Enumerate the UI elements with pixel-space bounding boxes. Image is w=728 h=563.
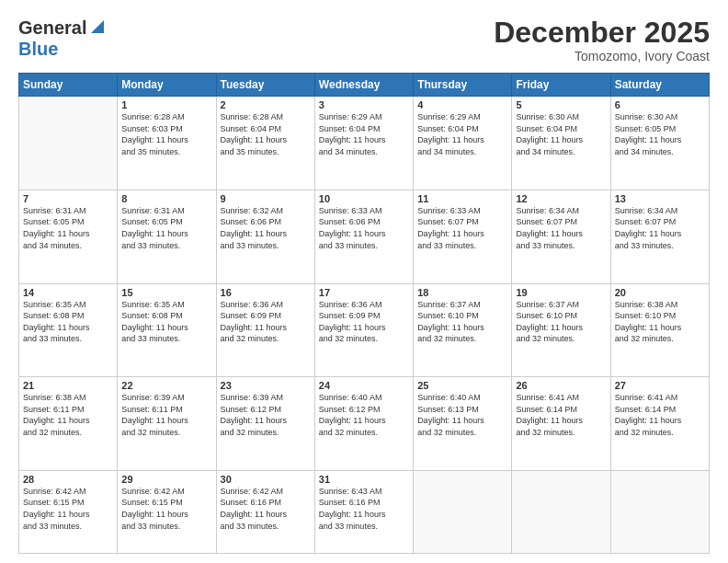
calendar-cell: 7Sunrise: 6:31 AM Sunset: 6:05 PM Daylig… [19, 190, 118, 283]
day-number: 25 [417, 380, 507, 391]
day-number: 14 [23, 287, 113, 298]
calendar-cell: 12Sunrise: 6:34 AM Sunset: 6:07 PM Dayli… [512, 190, 610, 283]
col-header-thursday: Thursday [414, 74, 512, 97]
day-number: 27 [615, 380, 705, 391]
day-info: Sunrise: 6:42 AM Sunset: 6:15 PM Dayligh… [23, 486, 113, 532]
calendar-cell: 18Sunrise: 6:37 AM Sunset: 6:10 PM Dayli… [414, 283, 512, 377]
day-info: Sunrise: 6:29 AM Sunset: 6:04 PM Dayligh… [319, 111, 409, 157]
day-info: Sunrise: 6:42 AM Sunset: 6:15 PM Dayligh… [121, 486, 211, 532]
day-info: Sunrise: 6:39 AM Sunset: 6:12 PM Dayligh… [221, 392, 311, 438]
col-header-tuesday: Tuesday [216, 74, 314, 97]
calendar-cell: 26Sunrise: 6:41 AM Sunset: 6:14 PM Dayli… [512, 377, 610, 471]
day-number: 19 [516, 287, 606, 298]
day-info: Sunrise: 6:32 AM Sunset: 6:06 PM Dayligh… [221, 205, 311, 251]
calendar-cell: 27Sunrise: 6:41 AM Sunset: 6:14 PM Dayli… [610, 377, 709, 471]
month-title: December 2025 [494, 17, 710, 49]
day-info: Sunrise: 6:31 AM Sunset: 6:05 PM Dayligh… [23, 205, 113, 251]
day-info: Sunrise: 6:30 AM Sunset: 6:04 PM Dayligh… [516, 111, 606, 157]
day-number: 21 [23, 380, 113, 391]
day-info: Sunrise: 6:40 AM Sunset: 6:13 PM Dayligh… [417, 392, 507, 438]
day-info: Sunrise: 6:37 AM Sunset: 6:10 PM Dayligh… [516, 299, 606, 345]
calendar-cell: 14Sunrise: 6:35 AM Sunset: 6:08 PM Dayli… [19, 283, 118, 377]
calendar-cell [512, 470, 610, 553]
calendar-cell [414, 470, 512, 553]
day-number: 8 [121, 193, 211, 204]
day-info: Sunrise: 6:40 AM Sunset: 6:12 PM Dayligh… [319, 392, 409, 438]
header: General Blue December 2025 Tomozomo, Ivo… [18, 17, 710, 63]
day-info: Sunrise: 6:36 AM Sunset: 6:09 PM Dayligh… [221, 299, 311, 345]
day-info: Sunrise: 6:38 AM Sunset: 6:11 PM Dayligh… [23, 392, 113, 438]
logo: General Blue [18, 17, 106, 60]
calendar-cell: 10Sunrise: 6:33 AM Sunset: 6:06 PM Dayli… [314, 190, 413, 283]
day-info: Sunrise: 6:34 AM Sunset: 6:07 PM Dayligh… [516, 205, 606, 251]
day-info: Sunrise: 6:28 AM Sunset: 6:04 PM Dayligh… [221, 111, 311, 157]
day-number: 16 [221, 287, 311, 298]
day-info: Sunrise: 6:41 AM Sunset: 6:14 PM Dayligh… [516, 392, 606, 438]
day-number: 18 [417, 287, 507, 298]
day-info: Sunrise: 6:30 AM Sunset: 6:05 PM Dayligh… [615, 111, 705, 157]
calendar-cell: 3Sunrise: 6:29 AM Sunset: 6:04 PM Daylig… [314, 97, 413, 190]
calendar-cell: 11Sunrise: 6:33 AM Sunset: 6:07 PM Dayli… [414, 190, 512, 283]
calendar-cell: 17Sunrise: 6:36 AM Sunset: 6:09 PM Dayli… [314, 283, 413, 377]
calendar-cell [610, 470, 709, 553]
day-info: Sunrise: 6:39 AM Sunset: 6:11 PM Dayligh… [121, 392, 211, 438]
day-number: 28 [23, 474, 113, 485]
calendar-cell: 15Sunrise: 6:35 AM Sunset: 6:08 PM Dayli… [118, 283, 216, 377]
logo-triangle-icon [89, 18, 106, 39]
calendar-cell: 5Sunrise: 6:30 AM Sunset: 6:04 PM Daylig… [512, 97, 610, 190]
day-number: 5 [516, 99, 606, 110]
day-number: 6 [615, 99, 705, 110]
day-number: 1 [121, 99, 211, 110]
calendar-cell: 16Sunrise: 6:36 AM Sunset: 6:09 PM Dayli… [216, 283, 314, 377]
day-number: 3 [319, 99, 409, 110]
day-number: 26 [516, 380, 606, 391]
day-info: Sunrise: 6:41 AM Sunset: 6:14 PM Dayligh… [615, 392, 705, 438]
calendar-cell: 19Sunrise: 6:37 AM Sunset: 6:10 PM Dayli… [512, 283, 610, 377]
col-header-wednesday: Wednesday [314, 74, 413, 97]
calendar-cell: 8Sunrise: 6:31 AM Sunset: 6:05 PM Daylig… [118, 190, 216, 283]
calendar-cell: 13Sunrise: 6:34 AM Sunset: 6:07 PM Dayli… [610, 190, 709, 283]
calendar-cell: 23Sunrise: 6:39 AM Sunset: 6:12 PM Dayli… [216, 377, 314, 471]
day-number: 4 [417, 99, 507, 110]
calendar-cell: 22Sunrise: 6:39 AM Sunset: 6:11 PM Dayli… [118, 377, 216, 471]
day-number: 13 [615, 193, 705, 204]
page: General Blue December 2025 Tomozomo, Ivo… [0, 0, 728, 563]
day-number: 15 [121, 287, 211, 298]
calendar-cell: 30Sunrise: 6:42 AM Sunset: 6:16 PM Dayli… [216, 470, 314, 553]
day-info: Sunrise: 6:34 AM Sunset: 6:07 PM Dayligh… [615, 205, 705, 251]
col-header-saturday: Saturday [610, 74, 709, 97]
calendar-table: SundayMondayTuesdayWednesdayThursdayFrid… [18, 73, 710, 554]
day-info: Sunrise: 6:37 AM Sunset: 6:10 PM Dayligh… [417, 299, 507, 345]
day-number: 23 [221, 380, 311, 391]
day-number: 2 [221, 99, 311, 110]
day-info: Sunrise: 6:29 AM Sunset: 6:04 PM Dayligh… [417, 111, 507, 157]
calendar-cell: 21Sunrise: 6:38 AM Sunset: 6:11 PM Dayli… [19, 377, 118, 471]
day-number: 12 [516, 193, 606, 204]
col-header-sunday: Sunday [19, 74, 118, 97]
calendar-cell: 25Sunrise: 6:40 AM Sunset: 6:13 PM Dayli… [414, 377, 512, 471]
calendar-cell: 29Sunrise: 6:42 AM Sunset: 6:15 PM Dayli… [118, 470, 216, 553]
svg-marker-0 [91, 20, 104, 33]
day-info: Sunrise: 6:42 AM Sunset: 6:16 PM Dayligh… [221, 486, 311, 532]
day-info: Sunrise: 6:33 AM Sunset: 6:06 PM Dayligh… [319, 205, 409, 251]
day-info: Sunrise: 6:43 AM Sunset: 6:16 PM Dayligh… [319, 486, 409, 532]
day-number: 22 [121, 380, 211, 391]
day-info: Sunrise: 6:28 AM Sunset: 6:03 PM Dayligh… [121, 111, 211, 157]
day-number: 29 [121, 474, 211, 485]
day-number: 17 [319, 287, 409, 298]
day-number: 20 [615, 287, 705, 298]
day-number: 24 [319, 380, 409, 391]
calendar-cell: 2Sunrise: 6:28 AM Sunset: 6:04 PM Daylig… [216, 97, 314, 190]
day-number: 7 [23, 193, 113, 204]
day-number: 30 [221, 474, 311, 485]
location: Tomozomo, Ivory Coast [494, 49, 710, 63]
day-info: Sunrise: 6:38 AM Sunset: 6:10 PM Dayligh… [615, 299, 705, 345]
calendar-cell: 6Sunrise: 6:30 AM Sunset: 6:05 PM Daylig… [610, 97, 709, 190]
day-info: Sunrise: 6:35 AM Sunset: 6:08 PM Dayligh… [121, 299, 211, 345]
logo-blue: Blue [18, 39, 58, 59]
day-number: 11 [417, 193, 507, 204]
calendar-cell: 24Sunrise: 6:40 AM Sunset: 6:12 PM Dayli… [314, 377, 413, 471]
calendar-cell: 28Sunrise: 6:42 AM Sunset: 6:15 PM Dayli… [19, 470, 118, 553]
day-number: 31 [319, 474, 409, 485]
day-number: 10 [319, 193, 409, 204]
